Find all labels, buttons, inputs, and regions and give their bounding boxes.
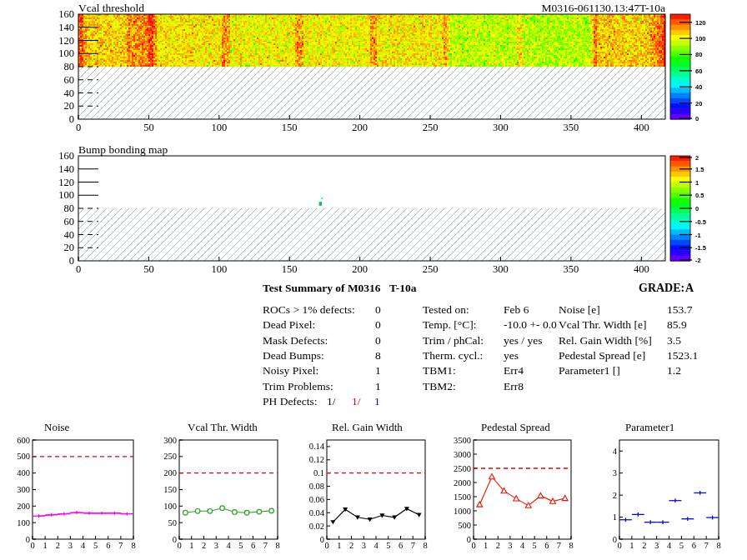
svg-text:2: 2 (202, 541, 206, 550)
svg-text:500: 500 (458, 521, 471, 530)
ph-defects-value: 1/ (352, 395, 361, 408)
svg-text:2: 2 (496, 541, 500, 550)
summary-label: Dead Pixel: (263, 318, 315, 332)
summary-value: 85.9 (667, 318, 687, 332)
summary-value: 3.5 (667, 334, 681, 348)
svg-text:160: 160 (58, 150, 74, 162)
bump-map-colorbar: 21.510.50-0.5-1-1.5-2 (670, 154, 706, 264)
svg-text:0: 0 (76, 263, 81, 275)
svg-text:100: 100 (695, 35, 706, 42)
svg-text:0.12: 0.12 (309, 455, 324, 464)
summary-label: Temp. [°C]: (423, 318, 476, 332)
summary-value: yes (504, 349, 519, 362)
grade-label: GRADE: (639, 282, 684, 295)
svg-text:7: 7 (118, 541, 123, 550)
svg-text:100: 100 (58, 48, 74, 59)
svg-text:0: 0 (30, 541, 34, 550)
svg-text:4: 4 (613, 447, 618, 456)
summary-label: Trim / phCal: (423, 334, 484, 348)
summary-label: Mask Defects: (263, 334, 328, 348)
svg-text:0.04: 0.04 (309, 508, 325, 518)
summary-label: Rel. Gain Width [%] (559, 334, 652, 348)
svg-text:7: 7 (411, 541, 415, 550)
svg-text:40: 40 (64, 88, 75, 99)
svg-text:100: 100 (211, 122, 227, 133)
pedestal-plot-title: Pedestal Spread (481, 421, 550, 434)
svg-text:2: 2 (613, 491, 617, 500)
svg-text:300: 300 (493, 122, 509, 133)
svg-text:6: 6 (399, 541, 403, 550)
svg-text:200: 200 (352, 263, 368, 275)
svg-text:0: 0 (695, 205, 699, 212)
svg-text:-1.5: -1.5 (695, 244, 706, 252)
parameter1-plot-title: Parameter1 (625, 421, 674, 434)
svg-text:3: 3 (68, 541, 73, 550)
summary-value: 8 (375, 349, 381, 362)
svg-text:0: 0 (617, 541, 621, 550)
summary-value: 0 (375, 318, 381, 332)
summary-title-type: T-10a (389, 282, 417, 295)
summary-value: Feb 6 (504, 303, 529, 317)
svg-text:120: 120 (58, 35, 74, 47)
svg-text:4: 4 (520, 541, 525, 550)
svg-text:300: 300 (493, 263, 509, 275)
svg-text:120: 120 (695, 19, 706, 27)
svg-text:7: 7 (704, 541, 709, 550)
svg-text:4: 4 (667, 541, 672, 550)
svg-text:3: 3 (362, 541, 366, 550)
svg-text:7: 7 (263, 541, 268, 550)
svg-text:600: 600 (17, 436, 30, 445)
module-id-label: M0316-061130.13:47T-10a (541, 2, 665, 15)
svg-text:350: 350 (564, 122, 579, 133)
parameter1-plot: 01234012345678 (613, 440, 721, 550)
ph-defects-value: 1 (374, 395, 380, 408)
svg-text:-0.5: -0.5 (695, 218, 706, 226)
summary-label: Tested on: (423, 303, 469, 317)
svg-text:3000: 3000 (454, 450, 471, 459)
svg-text:6: 6 (251, 541, 255, 550)
svg-text:0: 0 (324, 541, 328, 550)
svg-text:100: 100 (58, 189, 74, 201)
svg-text:140: 140 (58, 22, 74, 33)
summary-value: 0 (375, 334, 381, 348)
svg-text:2: 2 (642, 541, 646, 550)
pedestal-plot: 0500100015002000250030003500012345678 (454, 436, 574, 551)
svg-text:300: 300 (17, 485, 30, 494)
summary-label: Vcal Thr. Width [e] (559, 318, 646, 332)
svg-text:5: 5 (238, 541, 243, 550)
svg-text:50: 50 (143, 122, 154, 133)
svg-text:160: 160 (58, 8, 74, 20)
svg-text:60: 60 (64, 74, 75, 86)
svg-text:80: 80 (64, 202, 75, 214)
svg-text:0: 0 (320, 535, 324, 544)
summary-value: 1523.1 (667, 349, 698, 362)
svg-text:0.06: 0.06 (309, 495, 324, 504)
summary-label: ROCs > 1% defects: (263, 303, 355, 317)
svg-text:6: 6 (544, 541, 549, 550)
svg-text:100: 100 (211, 263, 227, 275)
svg-text:350: 350 (564, 263, 579, 275)
summary-label: Noise [e] (559, 303, 600, 317)
vcal-map-colorbar: 120100806040200 (670, 14, 706, 122)
summary-label: TBM2: (423, 380, 456, 393)
svg-text:250: 250 (163, 452, 177, 461)
svg-text:0: 0 (69, 113, 74, 125)
svg-text:5: 5 (679, 541, 684, 550)
svg-text:400: 400 (17, 468, 30, 478)
svg-text:80: 80 (64, 61, 75, 72)
summary-label: Noisy Pixel: (263, 364, 318, 378)
bump-defect-marks (319, 198, 323, 206)
svg-text:1: 1 (337, 541, 341, 550)
svg-text:1: 1 (613, 512, 617, 522)
svg-text:1: 1 (629, 541, 634, 550)
svg-text:5: 5 (533, 541, 537, 550)
svg-text:150: 150 (282, 263, 298, 275)
svg-text:200: 200 (17, 502, 30, 511)
svg-text:100: 100 (17, 518, 30, 528)
svg-text:1.5: 1.5 (695, 166, 704, 173)
svg-text:0.02: 0.02 (309, 522, 324, 531)
svg-text:3: 3 (214, 541, 218, 550)
svg-text:4: 4 (374, 541, 379, 550)
svg-text:0.08: 0.08 (309, 482, 324, 491)
summary-value: -10.0 +- 0.0 (504, 318, 557, 332)
